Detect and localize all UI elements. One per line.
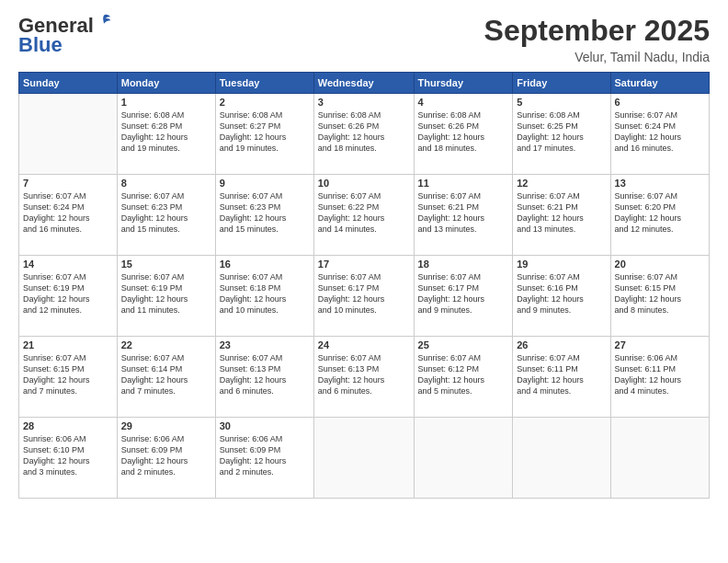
day-info: Sunrise: 6:08 AM Sunset: 6:28 PM Dayligh… [121,109,211,155]
day-number: 14 [23,259,113,270]
calendar-cell: 21Sunrise: 6:07 AM Sunset: 6:15 PM Dayli… [19,337,118,418]
day-number: 19 [517,259,606,270]
header: General Blue September 2025 Velur, Tamil… [18,14,710,64]
day-number: 23 [220,339,310,350]
calendar-cell: 30Sunrise: 6:06 AM Sunset: 6:09 PM Dayli… [215,418,313,499]
calendar-cell: 12Sunrise: 6:07 AM Sunset: 6:21 PM Dayli… [513,175,610,256]
day-number: 6 [615,97,705,108]
calendar-cell: 10Sunrise: 6:07 AM Sunset: 6:22 PM Dayli… [313,175,414,256]
day-number: 3 [318,97,410,108]
day-info: Sunrise: 6:08 AM Sunset: 6:27 PM Dayligh… [220,109,310,155]
calendar-cell: 3Sunrise: 6:08 AM Sunset: 6:26 PM Daylig… [313,94,414,175]
day-number: 12 [517,178,606,189]
day-number: 28 [23,420,113,431]
calendar-header-monday: Monday [117,73,215,94]
day-number: 20 [615,259,705,270]
calendar-cell: 5Sunrise: 6:08 AM Sunset: 6:25 PM Daylig… [513,94,610,175]
calendar-header-friday: Friday [513,73,610,94]
calendar-cell: 4Sunrise: 6:08 AM Sunset: 6:26 PM Daylig… [414,94,513,175]
day-info: Sunrise: 6:06 AM Sunset: 6:10 PM Dayligh… [23,433,113,478]
day-info: Sunrise: 6:07 AM Sunset: 6:11 PM Dayligh… [517,352,606,397]
day-number: 10 [318,178,410,189]
day-number: 22 [121,339,211,350]
day-number: 18 [418,259,509,270]
calendar-cell: 2Sunrise: 6:08 AM Sunset: 6:27 PM Daylig… [215,94,313,175]
day-info: Sunrise: 6:07 AM Sunset: 6:24 PM Dayligh… [23,190,113,236]
calendar-cell [414,418,513,499]
day-number: 25 [418,339,509,350]
day-info: Sunrise: 6:06 AM Sunset: 6:11 PM Dayligh… [615,352,705,397]
logo-bird-icon [96,14,112,30]
calendar-header-thursday: Thursday [414,73,513,94]
day-info: Sunrise: 6:07 AM Sunset: 6:18 PM Dayligh… [220,271,310,316]
day-info: Sunrise: 6:07 AM Sunset: 6:16 PM Dayligh… [517,271,606,316]
page: General Blue September 2025 Velur, Tamil… [0,0,728,563]
location: Velur, Tamil Nadu, India [484,50,710,64]
day-info: Sunrise: 6:08 AM Sunset: 6:25 PM Dayligh… [517,109,606,155]
day-number: 21 [23,339,113,350]
day-number: 8 [121,178,211,189]
calendar-week-4: 21Sunrise: 6:07 AM Sunset: 6:15 PM Dayli… [19,337,710,418]
logo-blue-text: Blue [18,33,112,57]
calendar-header-row: SundayMondayTuesdayWednesdayThursdayFrid… [19,73,710,94]
calendar-header-wednesday: Wednesday [313,73,414,94]
day-info: Sunrise: 6:07 AM Sunset: 6:20 PM Dayligh… [615,190,705,236]
calendar-header-saturday: Saturday [610,73,709,94]
day-info: Sunrise: 6:07 AM Sunset: 6:23 PM Dayligh… [220,190,310,236]
day-number: 29 [121,420,211,431]
day-number: 2 [220,97,310,108]
calendar-header-tuesday: Tuesday [215,73,313,94]
day-info: Sunrise: 6:08 AM Sunset: 6:26 PM Dayligh… [418,109,509,155]
calendar-cell: 19Sunrise: 6:07 AM Sunset: 6:16 PM Dayli… [513,256,610,337]
calendar-cell [19,94,118,175]
day-number: 27 [615,339,705,350]
calendar-week-5: 28Sunrise: 6:06 AM Sunset: 6:10 PM Dayli… [19,418,710,499]
day-info: Sunrise: 6:07 AM Sunset: 6:13 PM Dayligh… [220,352,310,397]
calendar-cell: 22Sunrise: 6:07 AM Sunset: 6:14 PM Dayli… [117,337,215,418]
calendar-cell [313,418,414,499]
day-number: 30 [220,420,310,431]
month-title: September 2025 [484,14,710,48]
calendar-cell: 28Sunrise: 6:06 AM Sunset: 6:10 PM Dayli… [19,418,118,499]
calendar-cell: 8Sunrise: 6:07 AM Sunset: 6:23 PM Daylig… [117,175,215,256]
day-number: 26 [517,339,606,350]
calendar-cell: 26Sunrise: 6:07 AM Sunset: 6:11 PM Dayli… [513,337,610,418]
calendar-cell: 18Sunrise: 6:07 AM Sunset: 6:17 PM Dayli… [414,256,513,337]
day-info: Sunrise: 6:07 AM Sunset: 6:19 PM Dayligh… [121,271,211,316]
day-info: Sunrise: 6:07 AM Sunset: 6:15 PM Dayligh… [615,271,705,316]
calendar-cell: 9Sunrise: 6:07 AM Sunset: 6:23 PM Daylig… [215,175,313,256]
calendar-week-2: 7Sunrise: 6:07 AM Sunset: 6:24 PM Daylig… [19,175,710,256]
day-info: Sunrise: 6:07 AM Sunset: 6:14 PM Dayligh… [121,352,211,397]
calendar-cell: 23Sunrise: 6:07 AM Sunset: 6:13 PM Dayli… [215,337,313,418]
day-number: 17 [318,259,410,270]
calendar-cell [610,418,709,499]
day-info: Sunrise: 6:07 AM Sunset: 6:21 PM Dayligh… [418,190,509,236]
day-number: 13 [615,178,705,189]
calendar-cell: 16Sunrise: 6:07 AM Sunset: 6:18 PM Dayli… [215,256,313,337]
day-info: Sunrise: 6:07 AM Sunset: 6:19 PM Dayligh… [23,271,113,316]
calendar-cell: 25Sunrise: 6:07 AM Sunset: 6:12 PM Dayli… [414,337,513,418]
calendar-header-sunday: Sunday [19,73,118,94]
day-number: 1 [121,97,211,108]
title-area: September 2025 Velur, Tamil Nadu, India [484,14,710,64]
calendar-cell: 7Sunrise: 6:07 AM Sunset: 6:24 PM Daylig… [19,175,118,256]
day-info: Sunrise: 6:08 AM Sunset: 6:26 PM Dayligh… [318,109,410,155]
day-number: 16 [220,259,310,270]
day-info: Sunrise: 6:06 AM Sunset: 6:09 PM Dayligh… [121,433,211,478]
calendar-cell: 20Sunrise: 6:07 AM Sunset: 6:15 PM Dayli… [610,256,709,337]
day-info: Sunrise: 6:07 AM Sunset: 6:23 PM Dayligh… [121,190,211,236]
day-info: Sunrise: 6:07 AM Sunset: 6:22 PM Dayligh… [318,190,410,236]
calendar-cell [513,418,610,499]
calendar-cell: 27Sunrise: 6:06 AM Sunset: 6:11 PM Dayli… [610,337,709,418]
calendar-week-1: 1Sunrise: 6:08 AM Sunset: 6:28 PM Daylig… [19,94,710,175]
calendar-cell: 13Sunrise: 6:07 AM Sunset: 6:20 PM Dayli… [610,175,709,256]
day-info: Sunrise: 6:06 AM Sunset: 6:09 PM Dayligh… [220,433,310,478]
day-info: Sunrise: 6:07 AM Sunset: 6:12 PM Dayligh… [418,352,509,397]
day-info: Sunrise: 6:07 AM Sunset: 6:13 PM Dayligh… [318,352,410,397]
calendar-cell: 15Sunrise: 6:07 AM Sunset: 6:19 PM Dayli… [117,256,215,337]
day-info: Sunrise: 6:07 AM Sunset: 6:17 PM Dayligh… [318,271,410,316]
day-number: 4 [418,97,509,108]
calendar-table: SundayMondayTuesdayWednesdayThursdayFrid… [18,72,710,499]
calendar-week-3: 14Sunrise: 6:07 AM Sunset: 6:19 PM Dayli… [19,256,710,337]
day-number: 11 [418,178,509,189]
